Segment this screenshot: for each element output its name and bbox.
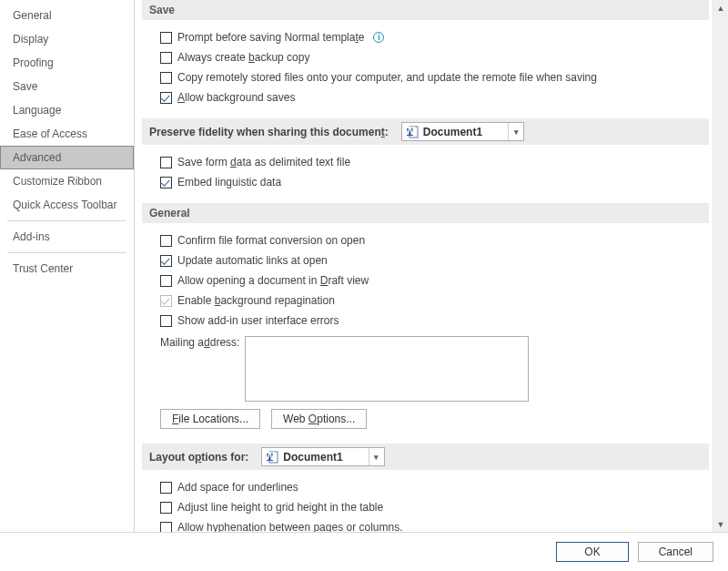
checkbox[interactable] bbox=[160, 177, 172, 189]
option-label: Adjust line height to grid height in the… bbox=[177, 500, 383, 515]
option-row: Confirm file format conversion on open bbox=[160, 230, 703, 250]
svg-text:W: W bbox=[406, 126, 416, 138]
fidelity-document-value: Document1 bbox=[423, 126, 508, 138]
chevron-down-icon[interactable]: ▾ bbox=[369, 448, 384, 465]
option-row: Allow hyphenation between pages or colum… bbox=[160, 517, 703, 532]
checkbox[interactable] bbox=[160, 52, 172, 64]
option-row: Adjust line height to grid height in the… bbox=[160, 497, 703, 517]
section-header-layout: Layout options for: W Document1 ▾ bbox=[142, 444, 709, 470]
ok-button[interactable]: OK bbox=[556, 542, 628, 562]
sidebar-item-display[interactable]: Display bbox=[0, 27, 134, 51]
option-row: Save form data as delimited text file bbox=[160, 152, 703, 172]
section-header-general: General bbox=[142, 203, 709, 223]
checkbox[interactable] bbox=[160, 92, 172, 104]
section-header-layout-label: Layout options for: bbox=[149, 451, 248, 464]
sidebar-item-language[interactable]: Language bbox=[0, 98, 134, 122]
mailing-address-label: Mailing address: bbox=[160, 336, 239, 349]
vertical-scrollbar[interactable]: ▲ ▼ bbox=[713, 0, 728, 532]
sidebar-item-general[interactable]: General bbox=[0, 4, 134, 27]
sidebar-item-ease-of-access[interactable]: Ease of Access bbox=[0, 122, 134, 146]
settings-panel: Save Prompt before saving Normal templat… bbox=[135, 0, 713, 532]
checkbox[interactable] bbox=[160, 157, 172, 168]
option-label: Copy remotely stored files onto your com… bbox=[177, 70, 597, 85]
sidebar-separator bbox=[7, 220, 126, 221]
checkbox[interactable] bbox=[160, 522, 172, 533]
option-label: Embed linguistic data bbox=[177, 175, 281, 189]
option-row: Copy remotely stored files onto your com… bbox=[160, 67, 703, 87]
option-label: Update automatic links at open bbox=[177, 253, 328, 268]
option-label: Always create backup copy bbox=[177, 50, 309, 65]
option-row: Embed linguistic data bbox=[160, 172, 703, 192]
scroll-up-icon[interactable]: ▲ bbox=[715, 2, 727, 14]
option-row: Show add-in user interface errors bbox=[160, 311, 703, 331]
svg-text:W: W bbox=[266, 451, 276, 463]
sidebar-item-customize-ribbon[interactable]: Customize Ribbon bbox=[0, 169, 134, 193]
option-row: Add space for underlines bbox=[160, 477, 703, 497]
checkbox[interactable] bbox=[160, 482, 172, 494]
web-options-button[interactable]: Web Options... bbox=[271, 409, 367, 429]
checkbox[interactable] bbox=[160, 235, 172, 247]
sidebar-separator bbox=[7, 252, 126, 253]
mailing-address-input[interactable] bbox=[245, 336, 529, 402]
checkbox bbox=[160, 295, 172, 307]
section-header-fidelity: Preserve fidelity when sharing this docu… bbox=[142, 118, 709, 145]
checkbox[interactable] bbox=[160, 255, 172, 267]
options-sidebar: General Display Proofing Save Language E… bbox=[0, 0, 135, 532]
option-label: Confirm file format conversion on open bbox=[177, 233, 365, 248]
option-row: Allow opening a document in Draft view bbox=[160, 270, 703, 291]
checkbox[interactable] bbox=[160, 72, 172, 84]
sidebar-item-save[interactable]: Save bbox=[0, 75, 134, 98]
option-row: Prompt before saving Normal templatei bbox=[160, 27, 703, 47]
option-label: Add space for underlines bbox=[177, 480, 298, 495]
sidebar-item-quick-access-toolbar[interactable]: Quick Access Toolbar bbox=[0, 193, 134, 217]
fidelity-document-combo[interactable]: W Document1 ▾ bbox=[401, 122, 524, 141]
option-label: Save form data as delimited text file bbox=[177, 155, 350, 169]
option-label: Show add-in user interface errors bbox=[177, 313, 339, 328]
file-locations-button[interactable]: File Locations... bbox=[160, 409, 260, 429]
option-row: Always create backup copy bbox=[160, 47, 703, 67]
checkbox[interactable] bbox=[160, 32, 172, 44]
word-doc-icon: W bbox=[405, 125, 420, 139]
checkbox[interactable] bbox=[160, 315, 172, 327]
layout-document-value: Document1 bbox=[283, 451, 368, 464]
section-header-fidelity-label: Preserve fidelity when sharing this docu… bbox=[149, 126, 389, 138]
sidebar-item-proofing[interactable]: Proofing bbox=[0, 51, 134, 75]
info-icon[interactable]: i bbox=[373, 32, 384, 43]
section-header-save: Save bbox=[142, 0, 709, 20]
option-row: Allow background saves bbox=[160, 87, 703, 107]
word-doc-icon: W bbox=[265, 450, 279, 464]
cancel-button[interactable]: Cancel bbox=[638, 542, 713, 562]
option-row: Enable background repagination bbox=[160, 291, 703, 311]
chevron-down-icon[interactable]: ▾ bbox=[508, 123, 523, 140]
dialog-footer: OK Cancel bbox=[0, 533, 728, 571]
option-label: Allow hyphenation between pages or colum… bbox=[177, 520, 403, 532]
sidebar-item-trust-center[interactable]: Trust Center bbox=[0, 257, 134, 280]
option-label: Enable background repagination bbox=[177, 293, 335, 308]
layout-document-combo[interactable]: W Document1 ▾ bbox=[261, 447, 384, 466]
checkbox[interactable] bbox=[160, 275, 172, 287]
sidebar-item-add-ins[interactable]: Add-ins bbox=[0, 225, 134, 249]
option-label: Allow opening a document in Draft view bbox=[177, 273, 369, 288]
sidebar-item-advanced[interactable]: Advanced bbox=[0, 146, 134, 169]
scroll-down-icon[interactable]: ▼ bbox=[715, 518, 727, 530]
option-row: Update automatic links at open bbox=[160, 250, 703, 270]
option-label: Prompt before saving Normal template bbox=[177, 30, 364, 45]
option-label: Allow background saves bbox=[177, 90, 295, 105]
checkbox[interactable] bbox=[160, 502, 172, 514]
